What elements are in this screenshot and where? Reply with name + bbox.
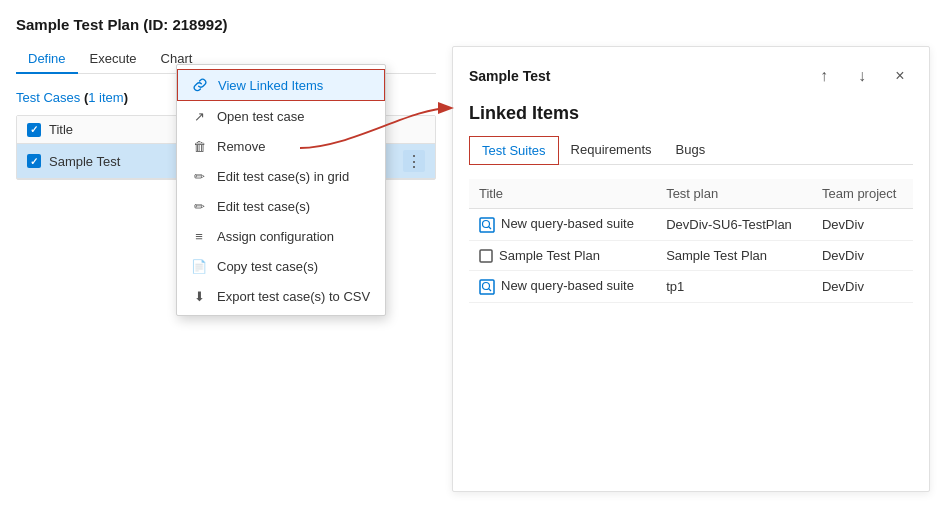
row-test-plan-cell: Sample Test Plan [656,240,812,271]
tab-bugs[interactable]: Bugs [664,136,718,165]
tab-execute[interactable]: Execute [78,45,149,74]
menu-label-export: Export test case(s) to CSV [217,289,370,304]
menu-label-assign: Assign configuration [217,229,334,244]
row-test-plan-cell: DevDiv-SU6-TestPlan [656,209,812,241]
assign-icon: ≡ [191,228,207,244]
table-row: Sample Test PlanSample Test PlanDevDiv [469,240,913,271]
svg-rect-3 [480,250,492,262]
context-menu: View Linked Items ↗ Open test case 🗑 Rem… [176,64,386,316]
right-panel: Sample Test ↑ ↓ × Linked Items Test Suit… [452,46,930,492]
row-team-project-cell: DevDiv [812,271,913,303]
linked-items-title: Linked Items [469,103,913,124]
col-header-test-plan: Test plan [656,179,812,209]
up-button[interactable]: ↑ [811,63,837,89]
menu-item-view-linked[interactable]: View Linked Items [177,69,385,101]
close-button[interactable]: × [887,63,913,89]
menu-item-copy[interactable]: 📄 Copy test case(s) [177,251,385,281]
more-button[interactable]: ⋮ [403,150,425,172]
menu-item-export[interactable]: ⬇ Export test case(s) to CSV [177,281,385,311]
copy-icon: 📄 [191,258,207,274]
main-container: Sample Test Plan (ID: 218992) Define Exe… [0,0,946,508]
menu-item-edit-grid[interactable]: ✏ Edit test case(s) in grid [177,161,385,191]
linked-items-tabs: Test Suites Requirements Bugs [469,136,913,165]
edit-grid-icon: ✏ [191,168,207,184]
row-title-cell: Sample Test Plan [469,240,656,271]
column-title-label: Title [49,122,73,137]
table-row: New query-based suiteDevDiv-SU6-TestPlan… [469,209,913,241]
left-panel: Sample Test Plan (ID: 218992) Define Exe… [16,16,436,492]
open-icon: ↗ [191,108,207,124]
link-icon [192,77,208,93]
tab-requirements[interactable]: Requirements [559,136,664,165]
page-title: Sample Test Plan (ID: 218992) [16,16,436,33]
menu-item-open-test-case[interactable]: ↗ Open test case [177,101,385,131]
row-team-project-cell: DevDiv [812,240,913,271]
linked-items-table: Title Test plan Team project New query-b… [469,179,913,303]
tab-define[interactable]: Define [16,45,78,74]
row-title-cell: New query-based suite [469,209,656,241]
query-suite-icon [479,279,495,295]
col-header-team-project: Team project [812,179,913,209]
menu-label-copy: Copy test case(s) [217,259,318,274]
menu-label-remove: Remove [217,139,265,154]
row-checkbox[interactable] [27,154,41,168]
tab-test-suites[interactable]: Test Suites [470,137,558,164]
edit-icon: ✏ [191,198,207,214]
remove-icon: 🗑 [191,138,207,154]
row-team-project-cell: DevDiv [812,209,913,241]
svg-line-6 [489,288,492,291]
header-checkbox[interactable] [27,123,41,137]
svg-point-5 [483,282,490,289]
col-header-title: Title [469,179,656,209]
menu-item-edit-cases[interactable]: ✏ Edit test case(s) [177,191,385,221]
export-icon: ⬇ [191,288,207,304]
static-suite-icon [479,249,493,263]
panel-actions: ↑ ↓ × [811,63,913,89]
menu-label-edit-cases: Edit test case(s) [217,199,310,214]
panel-header: Sample Test ↑ ↓ × [469,63,913,89]
svg-point-1 [483,220,490,227]
menu-label-edit-grid: Edit test case(s) in grid [217,169,349,184]
svg-line-2 [489,226,492,229]
down-button[interactable]: ↓ [849,63,875,89]
query-suite-icon [479,217,495,233]
menu-item-assign-config[interactable]: ≡ Assign configuration [177,221,385,251]
menu-item-remove[interactable]: 🗑 Remove [177,131,385,161]
row-test-plan-cell: tp1 [656,271,812,303]
row-title-cell: New query-based suite [469,271,656,303]
table-header-row: Title Test plan Team project [469,179,913,209]
menu-label-view-linked: View Linked Items [218,78,323,93]
panel-title: Sample Test [469,68,550,84]
menu-label-open: Open test case [217,109,304,124]
table-row: New query-based suitetp1DevDiv [469,271,913,303]
